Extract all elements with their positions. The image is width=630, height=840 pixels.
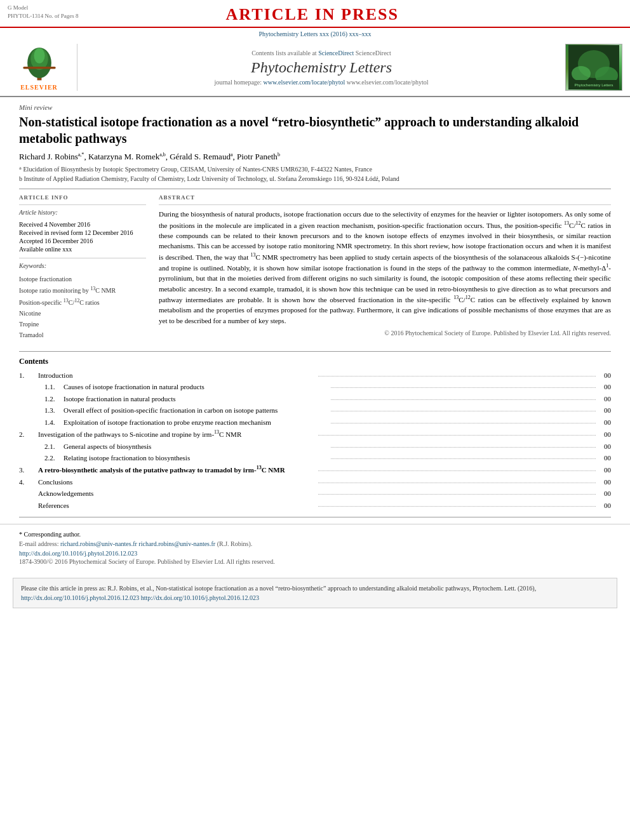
homepage-url[interactable]: www.elsevier.com/locate/phytol xyxy=(264,79,345,86)
available-date: Available online xxx xyxy=(19,246,146,253)
article-info-label: Article Info xyxy=(19,194,146,201)
toc-item: 1.3. Overall effect of position-specific… xyxy=(19,405,611,416)
article-type: Mini review xyxy=(19,103,611,111)
journal-center: Contents lists available at ScienceDirec… xyxy=(84,44,559,91)
affiliations: ᵃ Elucidation of Biosynthesis by Isotopi… xyxy=(19,164,611,183)
svg-text:Phytochemistry Letters: Phytochemistry Letters xyxy=(574,83,613,87)
keywords-list: Isotope fractionation Isotope ratio moni… xyxy=(19,274,146,340)
article-title: Non-statistical isotope fractionation as… xyxy=(19,114,611,147)
toc-item: 1.4. Exploitation of isotope fractionati… xyxy=(19,417,611,428)
toc-item: 1.1. Causes of isotope fractionation in … xyxy=(19,382,611,392)
contents-section: Contents 1. Introduction 00 1.1. Causes … xyxy=(19,351,611,517)
copyright-line: © 2016 Phytochemical Society of Europe. … xyxy=(159,330,611,337)
top-banner: G Model PHYTOL-1314 No. of Pages 8 ARTIC… xyxy=(0,0,630,28)
keywords-label: Keywords: xyxy=(19,262,146,269)
elsevier-label: ELSEVIER xyxy=(20,84,58,91)
divider-1 xyxy=(19,189,611,189)
article-body: Mini review Non-statistical isotope frac… xyxy=(0,97,630,524)
footer-area: * Corresponding author. E-mail address: … xyxy=(0,524,630,571)
abstract-label: Abstract xyxy=(159,194,611,201)
elsevier-tree-icon xyxy=(14,44,65,82)
toc-item: References 00 xyxy=(19,500,611,511)
keyword-2: Isotope ratio monitoring by 13C NMR xyxy=(19,285,146,296)
citation-doi-link[interactable]: http://dx.doi.org/10.1016/j.phytol.2016.… xyxy=(21,594,139,601)
article-history-label: Article history: xyxy=(19,209,146,216)
issn-line: 1874-3900/© 2016 Phytochemical Society o… xyxy=(19,558,611,565)
email-line: E-mail address: richard.robins@univ-nant… xyxy=(19,540,611,547)
page: G Model PHYTOL-1314 No. of Pages 8 ARTIC… xyxy=(0,0,630,840)
abstract-text: During the biosynthesis of natural produ… xyxy=(159,209,611,326)
toc-item: 2. Investigation of the pathways to S-ni… xyxy=(19,429,611,439)
keyword-4: Nicotine xyxy=(19,309,146,319)
sciencedirect-link[interactable]: ScienceDirect xyxy=(318,50,354,57)
citation-box: Please cite this article in press as: R.… xyxy=(13,578,617,608)
journal-title: Phytochemistry Letters xyxy=(251,59,392,76)
journal-homepage: journal homepage: www.elsevier.com/locat… xyxy=(214,79,428,86)
contents-line: Contents lists available at ScienceDirec… xyxy=(251,50,391,57)
toc-item: 2.1. General aspects of biosynthesis 00 xyxy=(19,441,611,452)
journal-thumbnail: Phytochemistry Letters xyxy=(565,44,622,91)
journal-header: ELSEVIER Contents lists available at Sci… xyxy=(0,39,630,97)
article-info-column: Article Info Article history: Received 4… xyxy=(19,194,146,341)
citation-header: Phytochemistry Letters xxx (2016) xxx–xx… xyxy=(0,28,630,39)
article-in-press-label: ARTICLE IN PRESS xyxy=(79,4,546,24)
svg-point-3 xyxy=(34,48,44,63)
received-date: Received 4 November 2016 xyxy=(19,221,146,228)
elsevier-logo: ELSEVIER xyxy=(8,44,77,91)
contents-title: Contents xyxy=(19,357,611,366)
keyword-3: Position-specific 13C/12C ratios xyxy=(19,297,146,308)
accepted-date: Accepted 16 December 2016 xyxy=(19,237,146,244)
affiliation-a: ᵃ Elucidation of Biosynthesis by Isotopi… xyxy=(19,164,611,174)
keyword-1: Isotope fractionation xyxy=(19,274,146,284)
abstract-column: Abstract During the biosynthesis of natu… xyxy=(159,194,611,341)
svg-rect-4 xyxy=(23,67,55,69)
toc-item: 1.2. Isotope fractionation in natural pr… xyxy=(19,394,611,404)
toc-item: 1. Introduction 00 xyxy=(19,370,611,381)
toc-item: 3. A retro-biosynthetic analysis of the … xyxy=(19,465,611,476)
journal-cover-image: Phytochemistry Letters xyxy=(568,45,619,90)
two-column-layout: Article Info Article history: Received 4… xyxy=(19,194,611,341)
toc-item: Acknowledgements 00 xyxy=(19,488,611,499)
corresponding-author: * Corresponding author. xyxy=(19,531,611,538)
toc-item: 4. Conclusions 00 xyxy=(19,477,611,488)
toc-item: 2.2. Relating isotope fractionation to b… xyxy=(19,453,611,463)
gmodel-info: G Model PHYTOL-1314 No. of Pages 8 xyxy=(8,4,79,20)
keyword-6: Tramadol xyxy=(19,330,146,340)
revised-date: Received in revised form 12 December 201… xyxy=(19,229,146,236)
affiliation-b: b Institute of Applied Radiation Chemist… xyxy=(19,174,611,183)
author-email[interactable]: richard.robins@univ-nantes.fr xyxy=(60,540,137,547)
doi-link[interactable]: http://dx.doi.org/10.1016/j.phytol.2016.… xyxy=(19,550,611,557)
citation-text: Please cite this article in press as: R.… xyxy=(21,585,536,592)
authors-line: Richard J. Robinsa,*, Katarzyna M. Romek… xyxy=(19,152,611,162)
keyword-5: Tropine xyxy=(19,319,146,330)
svg-point-7 xyxy=(572,66,591,81)
